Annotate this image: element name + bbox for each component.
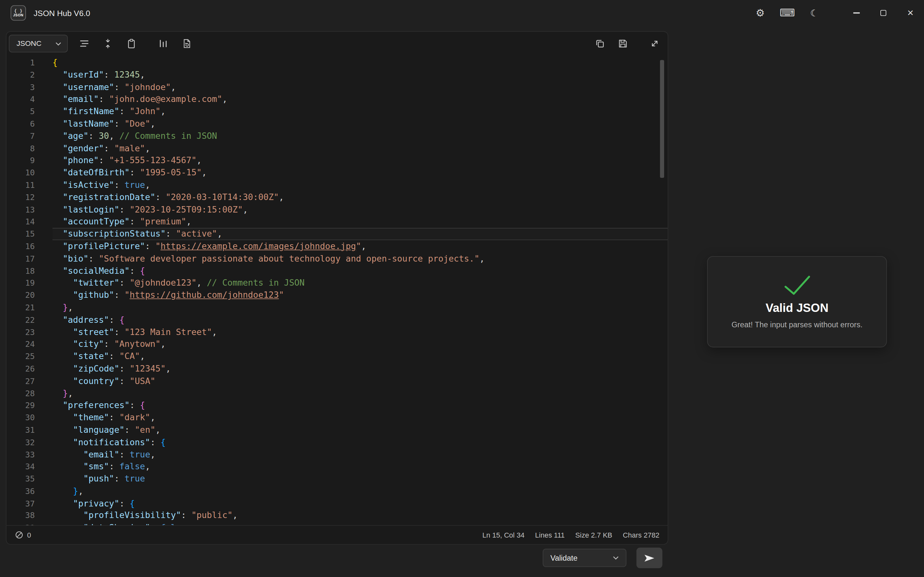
- code-line[interactable]: 10 "dateOfBirth": "1995-05-15",: [6, 167, 668, 179]
- line-content: "subscriptionStatus": "active",: [52, 228, 668, 240]
- run-action-button[interactable]: [636, 548, 662, 568]
- code-line[interactable]: 25 "state": "CA",: [6, 350, 668, 363]
- chevron-down-icon: [613, 556, 619, 560]
- line-number: 7: [6, 130, 35, 142]
- code-line[interactable]: 30 "theme": "dark",: [6, 412, 668, 424]
- code-line[interactable]: 16 "profilePicture": "https://example.co…: [6, 240, 668, 252]
- paste-button[interactable]: [123, 35, 140, 52]
- code-line[interactable]: 11 "isActive": true,: [6, 179, 668, 191]
- code-line[interactable]: 26 "zipCode": "12345",: [6, 363, 668, 375]
- editor-code: 1{2 "userId": 12345,3 "username": "johnd…: [6, 56, 668, 525]
- code-line[interactable]: 5 "firstName": "John",: [6, 105, 668, 118]
- cursor-position: Ln 15, Col 34: [483, 531, 525, 539]
- minify-button[interactable]: [99, 35, 116, 52]
- line-number: 36: [6, 485, 35, 497]
- code-line[interactable]: 27 "country": "USA": [6, 375, 668, 387]
- vertical-scrollbar-thumb[interactable]: [660, 60, 664, 177]
- code-line[interactable]: 19 "twitter": "@johndoe123", // Comments…: [6, 277, 668, 289]
- char-count: Chars 2782: [623, 531, 659, 539]
- code-line[interactable]: 6 "lastName": "Doe",: [6, 118, 668, 130]
- action-dropdown[interactable]: Validate: [543, 549, 627, 567]
- code-line[interactable]: 28 },: [6, 387, 668, 400]
- settings-button[interactable]: ⚙: [746, 0, 774, 26]
- close-button[interactable]: ×: [897, 0, 924, 26]
- line-content: "sms": false,: [52, 461, 668, 473]
- code-line[interactable]: 17 "bio": "Software developer passionate…: [6, 253, 668, 265]
- editor-body[interactable]: 1{2 "userId": 12345,3 "username": "johnd…: [6, 55, 668, 525]
- app-title: JSON Hub V6.0: [34, 9, 90, 18]
- code-line[interactable]: 34 "sms": false,: [6, 461, 668, 473]
- code-line[interactable]: 7 "age": 30, // Comments in JSON: [6, 130, 668, 142]
- line-content: "language": "en",: [52, 424, 668, 436]
- code-line[interactable]: 32 "notifications": {: [6, 436, 668, 448]
- columns-icon: [158, 38, 168, 49]
- line-number: 27: [6, 375, 35, 387]
- format-button[interactable]: [76, 35, 92, 52]
- convert-button[interactable]: [179, 35, 195, 52]
- code-line[interactable]: 24 "city": "Anytown",: [6, 338, 668, 350]
- code-line[interactable]: 33 "email": true,: [6, 448, 668, 461]
- line-content: "city": "Anytown",: [52, 338, 668, 350]
- code-line[interactable]: 38 "profileVisibility": "public",: [6, 510, 668, 522]
- copy-button[interactable]: [591, 35, 608, 52]
- line-content: {: [52, 56, 668, 69]
- language-dropdown-label: JSONC: [16, 39, 41, 48]
- editor-toolbar: JSONC: [6, 32, 668, 55]
- code-line[interactable]: 1{: [6, 56, 668, 69]
- maximize-button[interactable]: [870, 0, 897, 26]
- line-number: 10: [6, 167, 35, 179]
- checkmark-icon: [782, 275, 812, 296]
- send-icon: [644, 553, 656, 562]
- line-content: "username": "johndoe",: [52, 81, 668, 93]
- expand-button[interactable]: [646, 35, 663, 52]
- code-line[interactable]: 35 "push": true: [6, 473, 668, 485]
- line-number: 15: [6, 228, 35, 240]
- code-line[interactable]: 14 "accountType": "premium",: [6, 216, 668, 228]
- status-info: Ln 15, Col 34 Lines 111 Size 2.7 KB Char…: [483, 531, 660, 539]
- line-number: 29: [6, 400, 35, 412]
- line-number: 38: [6, 510, 35, 522]
- columns-button[interactable]: [155, 35, 171, 52]
- code-line[interactable]: 13 "lastLogin": "2023-10-25T09:15:00Z",: [6, 203, 668, 216]
- code-line[interactable]: 8 "gender": "male",: [6, 142, 668, 155]
- code-line[interactable]: 12 "registrationDate": "2020-03-10T14:30…: [6, 191, 668, 203]
- code-line[interactable]: 37 "privacy": {: [6, 497, 668, 509]
- code-line[interactable]: 3 "username": "johndoe",: [6, 81, 668, 93]
- code-line[interactable]: 2 "userId": 12345,: [6, 69, 668, 81]
- keyboard-shortcuts-button[interactable]: ⌨: [774, 0, 801, 26]
- title-bar: { } JSON JSON Hub V6.0 ⚙ ⌨ ☾ ×: [0, 0, 924, 26]
- line-number: 19: [6, 277, 35, 289]
- line-number: 39: [6, 522, 35, 525]
- code-line[interactable]: 4 "email": "john.doe@example.com",: [6, 93, 668, 105]
- line-number: 16: [6, 240, 35, 252]
- code-line[interactable]: 29 "preferences": {: [6, 400, 668, 412]
- line-content: "age": 30, // Comments in JSON: [52, 130, 668, 142]
- line-content: "address": {: [52, 314, 668, 326]
- editor-panel: JSONC: [6, 31, 668, 545]
- line-number: 30: [6, 412, 35, 424]
- code-line[interactable]: 39 "dataSharing": false: [6, 522, 668, 525]
- line-number: 33: [6, 448, 35, 461]
- code-line[interactable]: 21 },: [6, 301, 668, 314]
- code-line[interactable]: 9 "phone": "+1-555-123-4567",: [6, 155, 668, 167]
- moon-icon: ☾: [810, 7, 819, 19]
- code-line[interactable]: 36 },: [6, 485, 668, 497]
- line-content: "profilePicture": "https://example.com/i…: [52, 240, 668, 252]
- line-number: 12: [6, 191, 35, 203]
- save-button[interactable]: [615, 35, 631, 52]
- code-line[interactable]: 20 "github": "https://github.com/johndoe…: [6, 289, 668, 301]
- file-convert-icon: [182, 38, 192, 49]
- language-dropdown[interactable]: JSONC: [9, 35, 68, 52]
- code-line[interactable]: 23 "street": "123 Main Street",: [6, 326, 668, 338]
- theme-toggle-button[interactable]: ☾: [801, 0, 828, 26]
- line-number: 34: [6, 461, 35, 473]
- line-number: 37: [6, 497, 35, 509]
- error-counter: 0: [15, 530, 31, 540]
- code-line[interactable]: 31 "language": "en",: [6, 424, 668, 436]
- line-number: 11: [6, 179, 35, 191]
- minify-icon: [103, 38, 113, 49]
- minimize-button[interactable]: [843, 0, 870, 26]
- code-line[interactable]: 22 "address": {: [6, 314, 668, 326]
- code-line[interactable]: 15 "subscriptionStatus": "active",: [6, 228, 668, 240]
- code-line[interactable]: 18 "socialMedia": {: [6, 265, 668, 277]
